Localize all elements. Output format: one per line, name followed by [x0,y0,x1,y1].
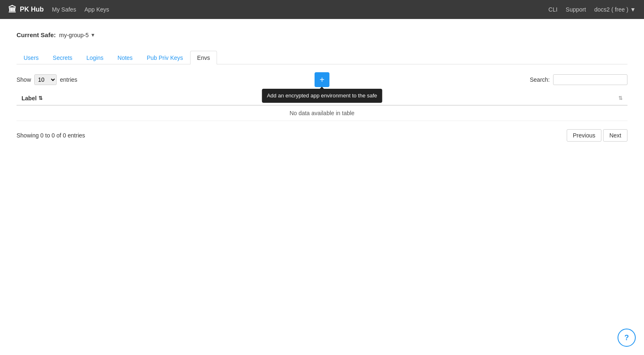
tab-envs[interactable]: Envs [190,51,217,64]
previous-button[interactable]: Previous [567,129,601,142]
tab-logins[interactable]: Logins [79,51,110,64]
current-safe-label: Current Safe: [17,31,56,38]
table-controls: Show 10 25 50 100 entries + Add an encry… [17,74,627,85]
navbar: 🏛 PK Hub My Safes App Keys CLI Support d… [0,0,644,19]
next-button[interactable]: Next [603,129,627,142]
pagination-info: Showing 0 to 0 of 0 entries [17,132,85,139]
col-extra: ⇅ [436,92,627,105]
navbar-links: My Safes App Keys [52,6,540,13]
nav-support[interactable]: Support [566,6,586,13]
nav-user-dropdown[interactable]: docs2 ( free ) ▼ [594,6,636,13]
add-env-button[interactable]: + [315,72,329,87]
pagination-area: Showing 0 to 0 of 0 entries Previous Nex… [17,129,627,142]
safe-dropdown[interactable]: my-group-5 ▼ [59,32,95,38]
nav-app-keys[interactable]: App Keys [84,6,109,13]
col-label-sort[interactable]: Label ⇅ [21,95,431,102]
tab-users[interactable]: Users [17,51,46,64]
no-data-cell: No data available in table [17,105,627,121]
search-area: Search: [530,74,627,85]
brand: 🏛 PK Hub [8,5,44,14]
plus-icon: + [320,76,324,84]
brand-name: PK Hub [20,6,44,13]
search-input[interactable] [553,74,627,85]
tab-pub-priv-keys[interactable]: Pub Priv Keys [140,51,190,64]
sort-label-icon: ⇅ [38,95,43,101]
safe-dropdown-arrow: ▼ [91,32,95,38]
nav-user-label: docs2 ( free ) [594,6,628,13]
sort-extra-icon: ⇅ [618,95,623,101]
tab-secrets[interactable]: Secrets [46,51,79,64]
no-data-row: No data available in table [17,105,627,121]
safe-value: my-group-5 [59,32,89,38]
search-label: Search: [530,76,550,83]
nav-my-safes[interactable]: My Safes [52,6,76,13]
current-safe-section: Current Safe: my-group-5 ▼ [17,31,627,38]
data-table: Label ⇅ ⇅ No data available in table [17,92,627,121]
show-entries: Show 10 25 50 100 entries [17,74,77,85]
navbar-right: CLI Support docs2 ( free ) ▼ [549,6,636,13]
tab-notes[interactable]: Notes [110,51,140,64]
show-label: Show [17,76,31,83]
entries-select[interactable]: 10 25 50 100 [34,74,57,85]
chevron-down-icon: ▼ [630,6,636,13]
entries-label: entries [60,76,77,83]
main-content: Current Safe: my-group-5 ▼ Users Secrets… [0,19,644,154]
tabs: Users Secrets Logins Notes Pub Priv Keys… [17,51,627,64]
vault-icon: 🏛 [8,5,17,14]
add-env-wrapper: + Add an encrypted app environment to th… [315,72,329,87]
col-label: Label ⇅ [17,92,436,105]
nav-cli[interactable]: CLI [549,6,558,13]
pagination-buttons: Previous Next [567,129,627,142]
col-extra-sort[interactable]: ⇅ [441,95,623,101]
